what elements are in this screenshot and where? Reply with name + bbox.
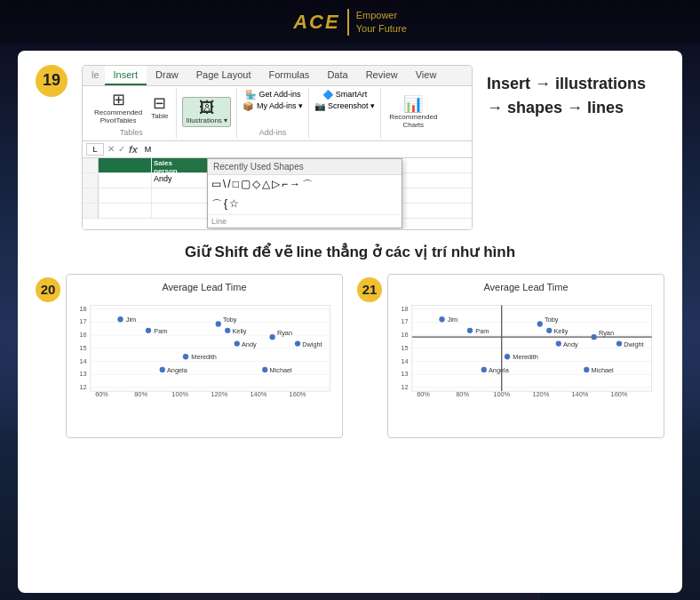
- svg-text:Andy: Andy: [563, 340, 578, 348]
- illustrations-btn[interactable]: 🖼 Illustrations ▾: [182, 97, 231, 127]
- shapes-row-2: ⌒ { ☆: [208, 196, 402, 214]
- shape-brace-icon[interactable]: {: [224, 197, 227, 212]
- pivot-label: RecommendedPivotTables: [94, 108, 142, 124]
- svg-text:Toby: Toby: [545, 316, 559, 324]
- cell-b3[interactable]: [152, 188, 214, 203]
- svg-text:Meredith: Meredith: [513, 353, 538, 361]
- svg-text:120%: 120%: [211, 390, 227, 398]
- smartart-label[interactable]: SmartArt: [336, 90, 368, 99]
- shapes-dropdown-title: Recently Used Shapes: [208, 159, 402, 175]
- charts-icon: 📊: [403, 96, 423, 112]
- tab-draw[interactable]: Draw: [147, 66, 187, 85]
- svg-text:140%: 140%: [572, 390, 589, 398]
- svg-text:160%: 160%: [290, 390, 306, 398]
- svg-point-60: [537, 321, 543, 326]
- formula-name-box[interactable]: L: [86, 143, 104, 156]
- cell-a3[interactable]: [99, 188, 152, 203]
- shapes-section-label: Line: [208, 214, 402, 228]
- svg-text:Meredith: Meredith: [191, 353, 217, 361]
- ribbon-group-charts: 📊 RecommendedCharts: [381, 88, 445, 139]
- illustrations-icon: 🖼: [199, 100, 215, 116]
- screenshot-icon: 📷: [314, 101, 325, 111]
- addins-icon: 🏪: [245, 90, 256, 100]
- svg-text:14: 14: [402, 356, 409, 364]
- svg-point-25: [235, 340, 240, 346]
- cell-b2[interactable]: Andy: [152, 173, 214, 188]
- shape-line-icon[interactable]: \: [223, 178, 226, 193]
- svg-text:18: 18: [80, 305, 87, 313]
- shape-z-icon[interactable]: ⌒: [211, 197, 222, 212]
- svg-text:160%: 160%: [611, 390, 628, 398]
- shape-slash-icon[interactable]: /: [227, 178, 230, 193]
- svg-text:13: 13: [80, 370, 87, 378]
- my-addins-label[interactable]: My Add-ins ▾: [257, 101, 303, 110]
- svg-text:Andy: Andy: [242, 340, 257, 348]
- cell-a1[interactable]: [99, 158, 152, 172]
- svg-text:16: 16: [402, 331, 409, 339]
- step-20-badge: 20: [36, 277, 60, 302]
- tables-items: ⊞ RecommendedPivotTables ⊟ Table: [91, 90, 171, 126]
- ribbon-tab-prefix: le: [86, 66, 105, 85]
- svg-text:Jim: Jim: [126, 316, 136, 324]
- chart-21-svg: 18 17 16 15 14 13 12: [395, 296, 656, 427]
- my-addins-icon: 📦: [243, 101, 253, 111]
- tagline-line2: Your Future: [356, 22, 407, 36]
- step-19-badge: 19: [36, 65, 68, 97]
- screenshot-label[interactable]: Screenshot ▾: [328, 101, 375, 110]
- shape-corner-icon[interactable]: ⌐: [282, 178, 288, 193]
- tab-view[interactable]: View: [407, 66, 446, 85]
- tab-insert[interactable]: Insert: [105, 66, 147, 85]
- insert-instruction: Insert → illustrations→ shapes → lines: [487, 65, 664, 127]
- shape-diamond-icon[interactable]: ◇: [252, 178, 260, 193]
- card: 19 le Insert Draw Page Layout Formulas D…: [18, 51, 682, 593]
- svg-text:Pam: Pam: [475, 327, 489, 335]
- shape-curve-icon[interactable]: ⌒: [302, 178, 313, 193]
- tab-data[interactable]: Data: [318, 66, 356, 85]
- svg-text:12: 12: [402, 383, 409, 391]
- ribbon-group-addins: 🏪 Get Add-ins 📦 My Add-ins ▾ Add-ins: [237, 88, 309, 139]
- vn-instruction: Giữ Shift để vẽ line thẳng ở các vị trí …: [36, 239, 664, 265]
- shape-rrect-icon[interactable]: ▢: [241, 178, 251, 193]
- svg-point-29: [183, 354, 188, 359]
- recommended-charts-btn[interactable]: 📊 RecommendedCharts: [386, 94, 440, 131]
- row-num-1: [83, 158, 99, 172]
- svg-text:Angela: Angela: [489, 366, 510, 374]
- table-btn[interactable]: ⊟ Table: [148, 93, 171, 122]
- shape-rect-icon[interactable]: ▭: [211, 178, 221, 193]
- pivot-tables-btn[interactable]: ⊞ RecommendedPivotTables: [91, 90, 145, 126]
- svg-point-19: [146, 327, 151, 332]
- svg-text:Jim: Jim: [448, 316, 457, 324]
- tab-review[interactable]: Review: [357, 66, 407, 85]
- formula-ctrl2: ✓: [118, 144, 125, 154]
- step-21-badge: 21: [357, 277, 382, 302]
- svg-point-72: [505, 354, 510, 359]
- cell-b4[interactable]: [152, 204, 214, 218]
- tab-page-layout[interactable]: Page Layout: [187, 66, 260, 85]
- chart-20-svg: 18 17 16 15 14 13 12: [74, 296, 335, 427]
- logo: ACE: [293, 11, 339, 34]
- get-addins-label[interactable]: Get Add-ins: [259, 90, 301, 99]
- cell-a4[interactable]: [99, 204, 152, 218]
- svg-text:18: 18: [402, 305, 409, 313]
- smartart-icon: 🔷: [322, 90, 333, 100]
- cell-a2[interactable]: [99, 173, 152, 188]
- cell-b1[interactable]: Sales person: [152, 158, 214, 172]
- shape-rtri-icon[interactable]: ▷: [272, 178, 280, 193]
- formula-fx: fx: [129, 144, 138, 155]
- svg-text:140%: 140%: [251, 390, 267, 398]
- shape-star-icon[interactable]: ☆: [229, 197, 239, 212]
- table-icon: ⊟: [153, 95, 166, 111]
- header: ACE Empower Your Future: [0, 0, 700, 44]
- ribbon-body: ⊞ RecommendedPivotTables ⊟ Table Tables: [83, 86, 472, 141]
- shape-rect2-icon[interactable]: □: [233, 178, 239, 193]
- svg-point-76: [584, 367, 589, 372]
- svg-text:Dwight: Dwight: [624, 340, 643, 348]
- svg-point-15: [117, 316, 123, 322]
- shapes-row-1: ▭ \ / □ ▢ ◇ △ ▷ ⌐ → ⌒: [208, 175, 402, 196]
- shape-tri-icon[interactable]: △: [262, 178, 270, 193]
- col-m: M: [145, 145, 152, 154]
- svg-point-70: [616, 340, 622, 346]
- tab-formulas[interactable]: Formulas: [260, 66, 319, 85]
- shape-arrow-icon[interactable]: →: [290, 178, 300, 193]
- svg-text:100%: 100%: [171, 390, 188, 398]
